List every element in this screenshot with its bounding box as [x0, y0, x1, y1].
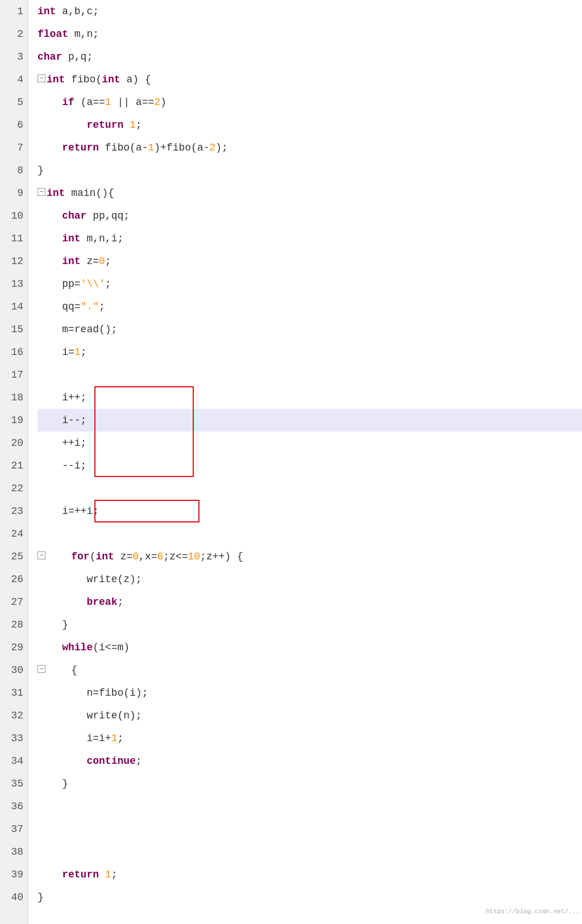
- code-line-20: ++i;: [38, 432, 582, 454]
- code-line-9: −int main(){: [38, 182, 582, 204]
- code-line-22: [38, 477, 582, 500]
- code-line-25: − for(int z=0,x=6;z<=10;z++) {: [38, 545, 582, 568]
- keyword-char: char: [38, 51, 62, 62]
- code-line-31: n=fibo(i);: [38, 681, 582, 704]
- code-line-5: if (a==1 || a==2): [38, 91, 582, 114]
- code-line-39: return 1;: [38, 863, 582, 886]
- code-line-23: i=++i;: [38, 500, 582, 522]
- code-line-8: }: [38, 159, 582, 182]
- code-line-1: int a,b,c;: [38, 0, 582, 23]
- code-line-15: m=read();: [38, 318, 582, 341]
- code-content[interactable]: int a,b,c; float m,n; char p,q; −int fib…: [28, 0, 582, 924]
- code-line-3: char p,q;: [38, 45, 582, 68]
- code-line-13: pp='\\';: [38, 273, 582, 295]
- code-text: a) {: [120, 74, 151, 85]
- keyword-int: int: [38, 6, 56, 17]
- code-line-24: [38, 522, 582, 545]
- code-line-16: i=1;: [38, 341, 582, 363]
- keyword-int3: int: [62, 256, 80, 267]
- keyword-int-param: int: [102, 74, 120, 85]
- keyword-float: float: [38, 28, 68, 40]
- code-line-19: i--;: [38, 409, 582, 432]
- keyword-return: return: [86, 119, 123, 131]
- keyword-while: while: [62, 642, 93, 653]
- code-line-4: −int fibo(int a) {: [38, 68, 582, 91]
- code-line-38: [38, 841, 582, 863]
- code-line-29: while(i<=m): [38, 636, 582, 659]
- keyword-for: for: [71, 551, 89, 562]
- code-line-35: }: [38, 772, 582, 795]
- code-text: p,q;: [62, 51, 93, 62]
- keyword-int4: int: [95, 551, 114, 562]
- code-line-14: qq=".";: [38, 295, 582, 318]
- code-line-30: − {: [38, 659, 582, 681]
- keyword-continue: continue: [86, 755, 135, 767]
- collapse-9[interactable]: −: [38, 188, 45, 196]
- line-numbers: 1 2 3 4 5 6 7 8 9 10 11 12 13 14 15 16 1…: [0, 0, 28, 924]
- code-line-6: return 1;: [38, 114, 582, 136]
- keyword-return2: return: [62, 142, 99, 153]
- code-text: fibo(: [65, 74, 102, 85]
- code-line-12: int z=0;: [38, 250, 582, 273]
- keyword-if: if: [62, 97, 74, 108]
- code-line-10: char pp,qq;: [38, 204, 582, 227]
- code-line-36: [38, 795, 582, 818]
- code-editor: 1 2 3 4 5 6 7 8 9 10 11 12 13 14 15 16 1…: [0, 0, 582, 924]
- code-line-32: write(n);: [38, 704, 582, 727]
- keyword-return3: return: [62, 869, 99, 880]
- collapse-30[interactable]: −: [38, 665, 45, 673]
- code-line-18: i++;: [38, 386, 582, 409]
- collapse-4[interactable]: −: [38, 74, 45, 82]
- code-line-26: write(z);: [38, 568, 582, 591]
- keyword-int: int: [47, 74, 65, 85]
- code-line-11: int m,n,i;: [38, 227, 582, 250]
- code-line-21: --i;: [38, 454, 582, 477]
- keyword-break: break: [86, 596, 117, 608]
- collapse-25[interactable]: −: [38, 551, 45, 559]
- code-text: m,n;: [68, 28, 99, 40]
- keyword-int2: int: [62, 233, 80, 244]
- code-line-7: return fibo(a-1)+fibo(a-2);: [38, 136, 582, 159]
- code-line-27: break;: [38, 591, 582, 613]
- code-line-37: [38, 818, 582, 841]
- code-text: a,b,c;: [56, 6, 99, 17]
- watermark: https://blog.csdn.net/...: [486, 900, 580, 923]
- code-line-2: float m,n;: [38, 23, 582, 45]
- code-line-33: i=i+1;: [38, 727, 582, 750]
- code-line-17: [38, 363, 582, 386]
- keyword-char2: char: [62, 210, 86, 221]
- code-line-28: }: [38, 613, 582, 636]
- code-line-34: continue;: [38, 750, 582, 772]
- keyword-int-main: int: [47, 187, 65, 199]
